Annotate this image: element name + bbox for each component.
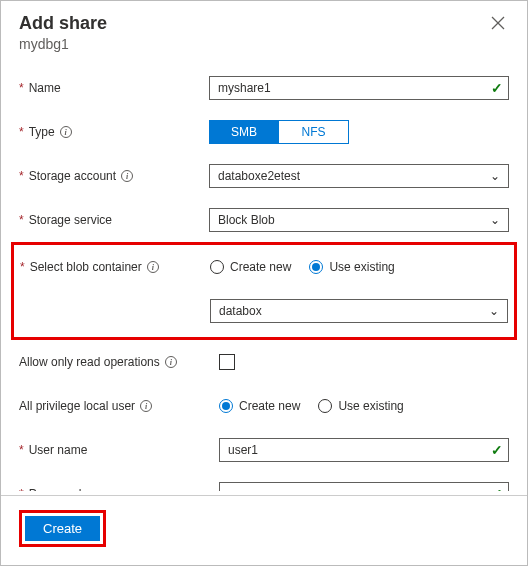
required-marker: * [19, 81, 24, 95]
chevron-down-icon: ⌄ [489, 304, 499, 318]
required-marker: * [19, 125, 24, 139]
radio-label-use-existing2: Use existing [338, 399, 403, 413]
type-tab-smb[interactable]: SMB [209, 120, 279, 144]
required-marker: * [19, 487, 24, 491]
radio-blob-use-existing[interactable] [309, 260, 323, 274]
panel-title: Add share [19, 13, 107, 34]
panel-subtitle: mydbg1 [19, 36, 107, 52]
info-icon[interactable]: i [165, 356, 177, 368]
close-icon[interactable] [487, 13, 509, 35]
storage-service-dropdown[interactable]: Block Blob ⌄ [209, 208, 509, 232]
name-input[interactable] [209, 76, 509, 100]
label-blob-container: Select blob container [30, 260, 142, 274]
label-storage-account: Storage account [29, 169, 116, 183]
info-icon[interactable]: i [147, 261, 159, 273]
label-priv-user: All privilege local user [19, 399, 135, 413]
info-icon[interactable]: i [140, 400, 152, 412]
check-icon: ✓ [491, 80, 503, 96]
username-input[interactable] [219, 438, 509, 462]
label-storage-service: Storage service [29, 213, 112, 227]
required-marker: * [20, 260, 25, 274]
label-password: Password [29, 487, 82, 491]
radio-user-create-new[interactable] [219, 399, 233, 413]
password-input[interactable] [219, 482, 509, 491]
highlight-blob-container: * Select blob container i Create new Use… [11, 242, 517, 340]
info-icon[interactable]: i [60, 126, 72, 138]
radio-label-create-new2: Create new [239, 399, 300, 413]
label-name: Name [29, 81, 61, 95]
blob-container-value: databox [219, 304, 262, 318]
create-button[interactable]: Create [25, 516, 100, 541]
radio-label-use-existing: Use existing [329, 260, 394, 274]
check-icon: ✓ [491, 486, 503, 491]
radio-blob-create-new[interactable] [210, 260, 224, 274]
read-only-checkbox[interactable] [219, 354, 235, 370]
required-marker: * [19, 169, 24, 183]
highlight-create: Create [19, 510, 106, 547]
label-read-only: Allow only read operations [19, 355, 160, 369]
check-icon: ✓ [491, 442, 503, 458]
info-icon[interactable]: i [121, 170, 133, 182]
required-marker: * [19, 213, 24, 227]
label-type: Type [29, 125, 55, 139]
radio-user-use-existing[interactable] [318, 399, 332, 413]
type-tab-nfs[interactable]: NFS [279, 120, 349, 144]
storage-account-dropdown[interactable]: databoxe2etest ⌄ [209, 164, 509, 188]
chevron-down-icon: ⌄ [490, 213, 500, 227]
storage-service-value: Block Blob [218, 213, 275, 227]
chevron-down-icon: ⌄ [490, 169, 500, 183]
required-marker: * [19, 443, 24, 457]
label-username: User name [29, 443, 88, 457]
radio-label-create-new: Create new [230, 260, 291, 274]
storage-account-value: databoxe2etest [218, 169, 300, 183]
blob-container-dropdown[interactable]: databox ⌄ [210, 299, 508, 323]
